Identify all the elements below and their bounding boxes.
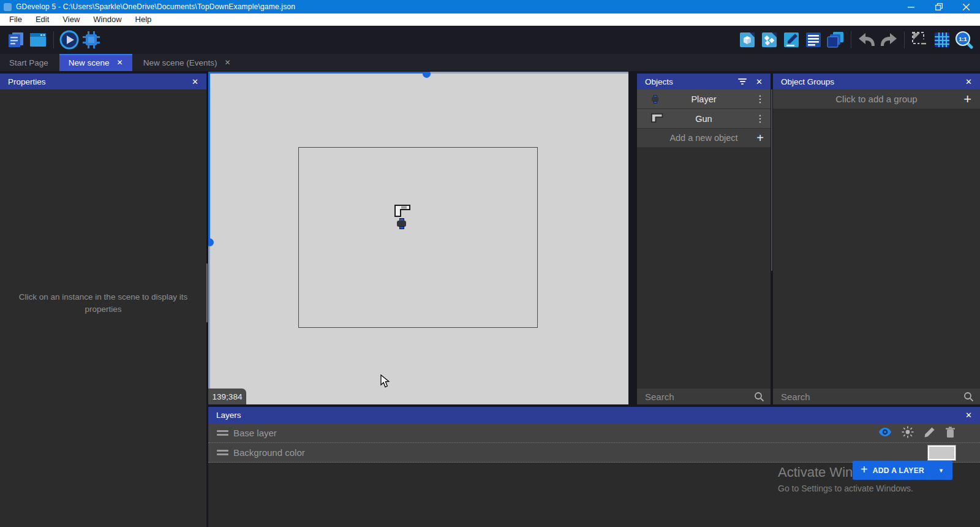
plus-icon: +	[963, 93, 971, 106]
redo-icon[interactable]	[878, 29, 900, 51]
horizontal-scrollbar-track[interactable]	[427, 72, 628, 74]
properties-panel: Properties ✕ Click on an instance in the…	[0, 74, 206, 527]
properties-panel-header: Properties ✕	[0, 74, 206, 89]
menu-file[interactable]: File	[2, 13, 29, 26]
search-icon	[754, 392, 764, 404]
object-row-gun[interactable]: Gun ⋮	[637, 109, 771, 129]
app-logo-icon	[4, 3, 12, 11]
close-panel-icon[interactable]: ✕	[965, 411, 972, 420]
horizontal-scrollbar-thumb[interactable]	[423, 72, 431, 78]
object-groups-panel: Object Groups ✕ Click to add a group +	[773, 74, 980, 404]
menu-edit[interactable]: Edit	[29, 13, 56, 26]
toggle-window-mask-icon[interactable]	[909, 29, 931, 51]
restore-button[interactable]	[925, 0, 952, 13]
player-instance[interactable]	[397, 218, 406, 229]
objects-search-bar	[637, 388, 771, 404]
groups-search-input[interactable]	[773, 392, 980, 402]
layer-name: Base layer	[233, 428, 277, 438]
delete-layer-trash-icon[interactable]	[945, 427, 956, 440]
layers-panel: Layers ✕ Base layer	[208, 407, 980, 527]
edit-layer-pencil-icon[interactable]	[924, 427, 935, 440]
cursor-coordinates-badge: 139;384	[208, 389, 246, 404]
object-name: Player	[691, 94, 716, 104]
drag-handle-icon[interactable]	[217, 430, 228, 436]
window-title: GDevelop 5 - C:\Users\Sparkle\OneDrive\D…	[16, 2, 295, 11]
properties-empty-message: Click on an instance in the scene to dis…	[11, 291, 195, 316]
editor-tabbar: Start Page New scene ✕ New scene (Events…	[0, 54, 980, 71]
toolbar-separator	[851, 31, 851, 48]
svg-text:1:1: 1:1	[959, 36, 967, 42]
toolbar-separator	[53, 31, 54, 48]
horizontal-scrollbar[interactable]	[208, 72, 427, 74]
add-group-button[interactable]: Click to add a group +	[773, 89, 980, 109]
open-instances-list-icon[interactable]	[802, 29, 824, 51]
layer-row-base[interactable]: Base layer	[208, 423, 980, 443]
toolbar-separator	[904, 31, 905, 48]
titlebar: GDevelop 5 - C:\Users\Sparkle\OneDrive\D…	[0, 0, 980, 13]
toggle-grid-icon[interactable]	[931, 29, 953, 51]
plus-icon: +	[756, 132, 764, 144]
tab-start-page[interactable]: Start Page	[0, 54, 58, 71]
object-groups-panel-header: Object Groups ✕	[773, 74, 980, 89]
debug-icon[interactable]	[80, 29, 102, 51]
filter-icon[interactable]	[737, 78, 747, 85]
game-window-frame	[298, 147, 538, 328]
add-new-object-button[interactable]: Add a new object +	[637, 129, 771, 148]
close-panel-icon[interactable]: ✕	[965, 77, 972, 86]
object-name: Gun	[695, 114, 712, 124]
minimize-button[interactable]	[897, 0, 925, 13]
plus-icon: +	[861, 463, 868, 477]
properties-title: Properties	[8, 77, 183, 86]
layers-title: Layers	[216, 411, 957, 420]
open-objects-editor-icon[interactable]	[736, 29, 758, 51]
open-layers-editor-icon[interactable]	[824, 29, 846, 51]
layer-row-background-color[interactable]: Background color	[208, 443, 980, 463]
tab-new-scene-events[interactable]: New scene (Events) ✕	[134, 54, 240, 71]
vertical-scrollbar[interactable]	[208, 72, 210, 243]
objects-search-input[interactable]	[637, 392, 788, 402]
zoom-original-icon[interactable]: 1:1	[953, 29, 975, 51]
undo-icon[interactable]	[856, 29, 878, 51]
scene-editor-canvas[interactable]: 139;384	[208, 72, 628, 404]
search-icon	[963, 392, 974, 404]
tab-new-scene[interactable]: New scene ✕	[59, 54, 132, 71]
layers-panel-header: Layers ✕	[208, 407, 980, 423]
toolbar: 1:1	[0, 26, 980, 54]
object-menu-icon[interactable]: ⋮	[755, 113, 765, 124]
layer-effects-icon[interactable]	[902, 426, 914, 440]
close-window-button[interactable]	[952, 0, 980, 13]
player-object-icon	[652, 95, 658, 104]
layer-name: Background color	[233, 447, 305, 458]
vertical-scrollbar-track[interactable]	[208, 243, 210, 404]
close-tab-icon[interactable]: ✕	[224, 58, 230, 67]
gun-object-icon	[650, 113, 664, 124]
dropdown-arrow-icon[interactable]: ▼	[938, 468, 944, 474]
object-row-player[interactable]: Player ⋮	[637, 89, 771, 109]
groups-search-bar	[773, 388, 980, 404]
properties-scrollbar[interactable]	[206, 264, 208, 322]
object-groups-title: Object Groups	[781, 77, 957, 86]
close-tab-icon[interactable]: ✕	[117, 58, 123, 67]
drag-handle-icon[interactable]	[217, 450, 228, 455]
project-manager-icon[interactable]	[5, 29, 27, 51]
menubar: File Edit View Window Help	[0, 13, 980, 26]
menu-help[interactable]: Help	[129, 13, 159, 26]
object-menu-icon[interactable]: ⋮	[755, 93, 765, 105]
visibility-eye-icon[interactable]	[878, 427, 892, 439]
add-a-layer-button[interactable]: + ADD A LAYER ▼	[853, 461, 952, 480]
close-panel-icon[interactable]: ✕	[192, 77, 198, 86]
objects-title: Objects	[645, 77, 737, 86]
objects-panel-header: Objects ✕	[637, 74, 771, 89]
open-object-groups-editor-icon[interactable]	[758, 29, 780, 51]
objects-panel-scrollbar[interactable]	[771, 89, 772, 271]
mouse-cursor	[380, 374, 390, 390]
objects-panel: Objects ✕ Player ⋮ Gun ⋮ Add a new objec…	[637, 74, 771, 404]
menu-window[interactable]: Window	[86, 13, 128, 26]
close-panel-icon[interactable]: ✕	[756, 77, 763, 86]
start-preview-icon[interactable]	[58, 29, 80, 51]
open-properties-icon[interactable]	[780, 29, 802, 51]
scene-window-icon[interactable]	[27, 29, 49, 51]
background-color-swatch[interactable]	[928, 445, 956, 460]
menu-view[interactable]: View	[56, 13, 86, 26]
vertical-scrollbar-thumb[interactable]	[208, 238, 214, 246]
